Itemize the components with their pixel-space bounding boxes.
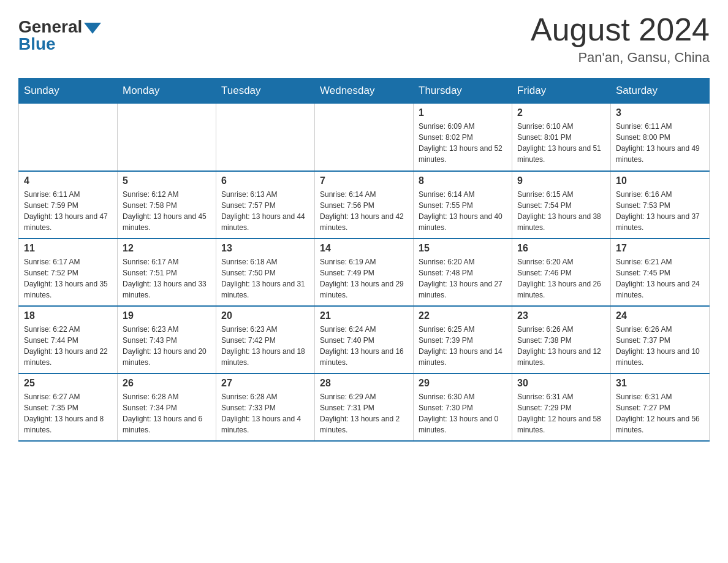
day-number: 11: [24, 243, 112, 254]
title-area: August 2024 Pan'an, Gansu, China: [531, 12, 710, 66]
calendar-cell: [19, 104, 118, 171]
calendar-week-4: 18Sunrise: 6:22 AM Sunset: 7:44 PM Dayli…: [19, 306, 710, 373]
weekday-header-friday: Friday: [512, 79, 611, 104]
calendar-cell: 31Sunrise: 6:31 AM Sunset: 7:27 PM Dayli…: [611, 373, 710, 441]
weekday-header-tuesday: Tuesday: [216, 79, 315, 104]
location-title: Pan'an, Gansu, China: [531, 50, 710, 66]
day-info: Sunrise: 6:27 AM Sunset: 7:35 PM Dayligh…: [24, 391, 112, 435]
calendar-cell: 24Sunrise: 6:26 AM Sunset: 7:37 PM Dayli…: [611, 306, 710, 373]
calendar-cell: 16Sunrise: 6:20 AM Sunset: 7:46 PM Dayli…: [512, 239, 611, 306]
calendar-cell: 8Sunrise: 6:14 AM Sunset: 7:55 PM Daylig…: [414, 171, 512, 239]
day-info: Sunrise: 6:28 AM Sunset: 7:33 PM Dayligh…: [221, 391, 309, 435]
day-number: 22: [419, 310, 507, 321]
day-info: Sunrise: 6:26 AM Sunset: 7:37 PM Dayligh…: [616, 324, 704, 368]
logo: General Blue: [18, 12, 101, 53]
day-info: Sunrise: 6:20 AM Sunset: 7:48 PM Dayligh…: [419, 256, 507, 301]
calendar-cell: [315, 104, 414, 171]
day-info: Sunrise: 6:30 AM Sunset: 7:30 PM Dayligh…: [419, 391, 507, 435]
day-number: 20: [221, 310, 309, 321]
calendar-cell: 21Sunrise: 6:24 AM Sunset: 7:40 PM Dayli…: [315, 306, 414, 373]
calendar-cell: 1Sunrise: 6:09 AM Sunset: 8:02 PM Daylig…: [414, 104, 512, 171]
calendar-cell: 19Sunrise: 6:23 AM Sunset: 7:43 PM Dayli…: [118, 306, 216, 373]
day-info: Sunrise: 6:11 AM Sunset: 8:00 PM Dayligh…: [616, 121, 704, 165]
calendar-cell: 18Sunrise: 6:22 AM Sunset: 7:44 PM Dayli…: [19, 306, 118, 373]
day-number: 29: [419, 378, 507, 389]
day-info: Sunrise: 6:17 AM Sunset: 7:51 PM Dayligh…: [123, 256, 211, 301]
calendar-cell: 22Sunrise: 6:25 AM Sunset: 7:39 PM Dayli…: [414, 306, 512, 373]
calendar-cell: 3Sunrise: 6:11 AM Sunset: 8:00 PM Daylig…: [611, 104, 710, 171]
day-number: 9: [517, 175, 605, 186]
day-number: 31: [616, 378, 704, 389]
day-number: 16: [517, 243, 605, 254]
calendar-week-1: 1Sunrise: 6:09 AM Sunset: 8:02 PM Daylig…: [19, 104, 710, 171]
calendar-cell: 26Sunrise: 6:28 AM Sunset: 7:34 PM Dayli…: [118, 373, 216, 441]
day-info: Sunrise: 6:14 AM Sunset: 7:55 PM Dayligh…: [419, 189, 507, 233]
day-number: 28: [320, 378, 408, 389]
weekday-header-wednesday: Wednesday: [315, 79, 414, 104]
day-number: 1: [419, 107, 507, 118]
logo-blue-text: Blue: [18, 36, 56, 53]
day-info: Sunrise: 6:29 AM Sunset: 7:31 PM Dayligh…: [320, 391, 408, 435]
day-number: 5: [123, 175, 211, 186]
day-info: Sunrise: 6:14 AM Sunset: 7:56 PM Dayligh…: [320, 189, 408, 233]
day-number: 14: [320, 243, 408, 254]
day-info: Sunrise: 6:23 AM Sunset: 7:42 PM Dayligh…: [221, 324, 309, 368]
calendar-cell: 11Sunrise: 6:17 AM Sunset: 7:52 PM Dayli…: [19, 239, 118, 306]
calendar-week-5: 25Sunrise: 6:27 AM Sunset: 7:35 PM Dayli…: [19, 373, 710, 441]
calendar-cell: 25Sunrise: 6:27 AM Sunset: 7:35 PM Dayli…: [19, 373, 118, 441]
calendar-cell: 27Sunrise: 6:28 AM Sunset: 7:33 PM Dayli…: [216, 373, 315, 441]
day-info: Sunrise: 6:25 AM Sunset: 7:39 PM Dayligh…: [419, 324, 507, 368]
day-info: Sunrise: 6:26 AM Sunset: 7:38 PM Dayligh…: [517, 324, 605, 368]
weekday-header-monday: Monday: [118, 79, 216, 104]
calendar-cell: 6Sunrise: 6:13 AM Sunset: 7:57 PM Daylig…: [216, 171, 315, 239]
calendar-cell: 23Sunrise: 6:26 AM Sunset: 7:38 PM Dayli…: [512, 306, 611, 373]
logo-triangle-icon: [84, 23, 101, 34]
calendar-cell: 9Sunrise: 6:15 AM Sunset: 7:54 PM Daylig…: [512, 171, 611, 239]
calendar-body: 1Sunrise: 6:09 AM Sunset: 8:02 PM Daylig…: [19, 104, 710, 441]
day-info: Sunrise: 6:17 AM Sunset: 7:52 PM Dayligh…: [24, 256, 112, 301]
day-info: Sunrise: 6:13 AM Sunset: 7:57 PM Dayligh…: [221, 189, 309, 233]
weekday-header-row: SundayMondayTuesdayWednesdayThursdayFrid…: [19, 79, 710, 104]
calendar-cell: 10Sunrise: 6:16 AM Sunset: 7:53 PM Dayli…: [611, 171, 710, 239]
calendar-header: SundayMondayTuesdayWednesdayThursdayFrid…: [19, 79, 710, 104]
day-number: 13: [221, 243, 309, 254]
day-number: 25: [24, 378, 112, 389]
calendar-cell: 12Sunrise: 6:17 AM Sunset: 7:51 PM Dayli…: [118, 239, 216, 306]
day-info: Sunrise: 6:31 AM Sunset: 7:27 PM Dayligh…: [616, 391, 704, 435]
day-info: Sunrise: 6:24 AM Sunset: 7:40 PM Dayligh…: [320, 324, 408, 368]
calendar-cell: 5Sunrise: 6:12 AM Sunset: 7:58 PM Daylig…: [118, 171, 216, 239]
day-info: Sunrise: 6:09 AM Sunset: 8:02 PM Dayligh…: [419, 121, 507, 165]
day-number: 21: [320, 310, 408, 321]
day-number: 24: [616, 310, 704, 321]
day-number: 7: [320, 175, 408, 186]
logo-general-text: General: [18, 18, 101, 36]
calendar-cell: 13Sunrise: 6:18 AM Sunset: 7:50 PM Dayli…: [216, 239, 315, 306]
calendar-cell: 7Sunrise: 6:14 AM Sunset: 7:56 PM Daylig…: [315, 171, 414, 239]
day-number: 15: [419, 243, 507, 254]
day-number: 6: [221, 175, 309, 186]
day-number: 18: [24, 310, 112, 321]
day-number: 23: [517, 310, 605, 321]
calendar-week-2: 4Sunrise: 6:11 AM Sunset: 7:59 PM Daylig…: [19, 171, 710, 239]
day-number: 17: [616, 243, 704, 254]
month-title: August 2024: [531, 12, 710, 47]
day-info: Sunrise: 6:10 AM Sunset: 8:01 PM Dayligh…: [517, 121, 605, 165]
calendar-cell: 4Sunrise: 6:11 AM Sunset: 7:59 PM Daylig…: [19, 171, 118, 239]
day-number: 3: [616, 107, 704, 118]
day-info: Sunrise: 6:18 AM Sunset: 7:50 PM Dayligh…: [221, 256, 309, 301]
day-info: Sunrise: 6:12 AM Sunset: 7:58 PM Dayligh…: [123, 189, 211, 233]
calendar-cell: 29Sunrise: 6:30 AM Sunset: 7:30 PM Dayli…: [414, 373, 512, 441]
calendar-cell: 20Sunrise: 6:23 AM Sunset: 7:42 PM Dayli…: [216, 306, 315, 373]
day-number: 2: [517, 107, 605, 118]
day-info: Sunrise: 6:23 AM Sunset: 7:43 PM Dayligh…: [123, 324, 211, 368]
day-number: 12: [123, 243, 211, 254]
day-info: Sunrise: 6:11 AM Sunset: 7:59 PM Dayligh…: [24, 189, 112, 233]
day-number: 30: [517, 378, 605, 389]
calendar-cell: 15Sunrise: 6:20 AM Sunset: 7:48 PM Dayli…: [414, 239, 512, 306]
day-info: Sunrise: 6:19 AM Sunset: 7:49 PM Dayligh…: [320, 256, 408, 301]
day-info: Sunrise: 6:21 AM Sunset: 7:45 PM Dayligh…: [616, 256, 704, 301]
calendar-cell: [118, 104, 216, 171]
day-info: Sunrise: 6:16 AM Sunset: 7:53 PM Dayligh…: [616, 189, 704, 233]
calendar-cell: 28Sunrise: 6:29 AM Sunset: 7:31 PM Dayli…: [315, 373, 414, 441]
weekday-header-sunday: Sunday: [19, 79, 118, 104]
